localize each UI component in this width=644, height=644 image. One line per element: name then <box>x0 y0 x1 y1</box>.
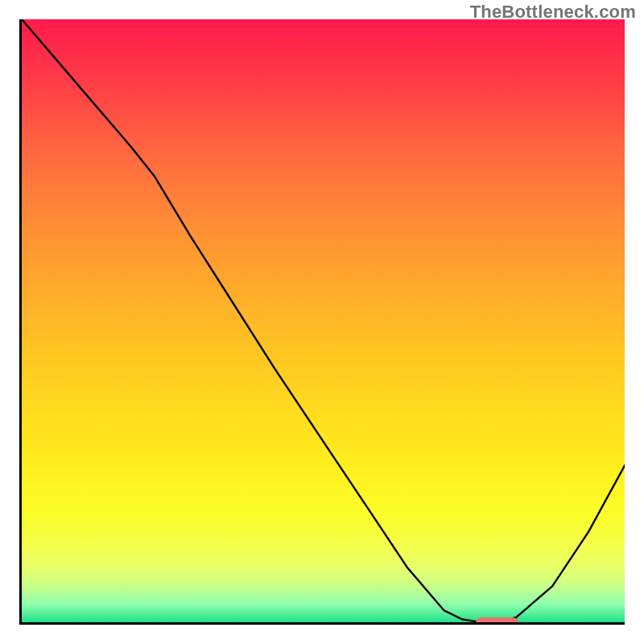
watermark-text: TheBottleneck.com <box>470 2 636 23</box>
optimal-marker <box>476 617 518 625</box>
bottleneck-curve <box>22 19 625 622</box>
chart-plot-area <box>19 19 625 625</box>
